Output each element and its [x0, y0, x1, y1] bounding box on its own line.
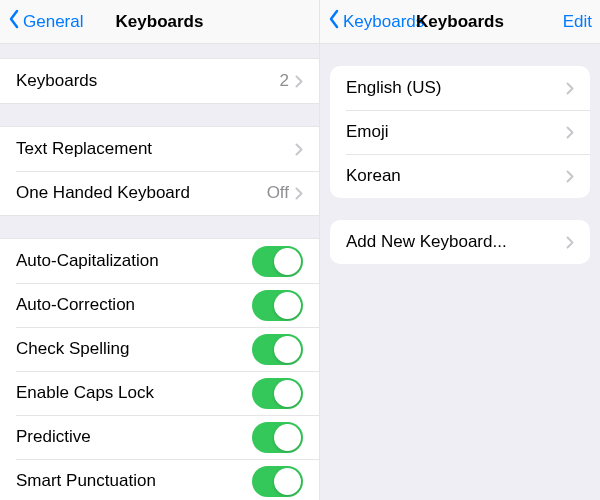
group-active-keyboards: English (US)EmojiKorean [330, 66, 590, 198]
back-button[interactable]: General [8, 9, 83, 34]
toggle-row: Auto-Capitalization [0, 239, 319, 283]
row-label: Korean [346, 166, 566, 186]
keyboards-row[interactable]: Keyboards 2 [0, 59, 319, 103]
group-keyboards: Keyboards 2 [0, 58, 319, 104]
toggle-switch[interactable] [252, 422, 303, 453]
row-label: Emoji [346, 122, 566, 142]
group-add-keyboard: Add New Keyboard... [330, 220, 590, 264]
settings-keyboards-pane: General Keyboards Keyboards 2 Text Repla… [0, 0, 320, 500]
keyboard-row[interactable]: English (US) [330, 66, 590, 110]
toggle-switch[interactable] [252, 466, 303, 497]
row-label: Check Spelling [16, 339, 252, 359]
chevron-right-icon [566, 126, 574, 139]
toggle-switch[interactable] [252, 334, 303, 365]
chevron-right-icon [295, 187, 303, 200]
toggle-row: Predictive [0, 415, 319, 459]
edit-button[interactable]: Edit [563, 12, 592, 32]
row-label: Auto-Capitalization [16, 251, 252, 271]
chevron-right-icon [566, 170, 574, 183]
content-scroll[interactable]: Keyboards 2 Text Replacement One Handed … [0, 44, 319, 500]
chevron-right-icon [566, 82, 574, 95]
keyboards-list-pane: Keyboards Keyboards Edit English (US)Emo… [320, 0, 600, 500]
add-keyboard-row[interactable]: Add New Keyboard... [330, 220, 590, 264]
row-label: Text Replacement [16, 139, 295, 159]
back-label: Keyboards [343, 12, 424, 32]
keyboards-count: 2 [280, 71, 289, 91]
toggle-row: Check Spelling [0, 327, 319, 371]
chevron-right-icon [566, 236, 574, 249]
row-label: Smart Punctuation [16, 471, 252, 491]
group-toggles: Auto-CapitalizationAuto-CorrectionCheck … [0, 238, 319, 500]
row-label: One Handed Keyboard [16, 183, 267, 203]
chevron-left-icon [328, 9, 343, 34]
one-handed-row[interactable]: One Handed Keyboard Off [0, 171, 319, 215]
keyboard-row[interactable]: Emoji [330, 110, 590, 154]
text-replacement-row[interactable]: Text Replacement [0, 127, 319, 171]
toggle-row: Enable Caps Lock [0, 371, 319, 415]
row-label: Auto-Correction [16, 295, 252, 315]
chevron-right-icon [295, 143, 303, 156]
row-label: Keyboards [16, 71, 280, 91]
toggle-row: Auto-Correction [0, 283, 319, 327]
row-label: Enable Caps Lock [16, 383, 252, 403]
chevron-left-icon [8, 9, 23, 34]
row-value: Off [267, 183, 289, 203]
row-label: Predictive [16, 427, 252, 447]
toggle-switch[interactable] [252, 290, 303, 321]
back-button[interactable]: Keyboards [328, 9, 424, 34]
toggle-switch[interactable] [252, 246, 303, 277]
toggle-switch[interactable] [252, 378, 303, 409]
chevron-right-icon [295, 75, 303, 88]
back-label: General [23, 12, 83, 32]
navbar: General Keyboards [0, 0, 319, 44]
toggle-row: Smart Punctuation [0, 459, 319, 500]
row-label: English (US) [346, 78, 566, 98]
row-label: Add New Keyboard... [346, 232, 566, 252]
navbar: Keyboards Keyboards Edit [320, 0, 600, 44]
group-text: Text Replacement One Handed Keyboard Off [0, 126, 319, 216]
keyboard-row[interactable]: Korean [330, 154, 590, 198]
content-scroll[interactable]: English (US)EmojiKorean Add New Keyboard… [320, 44, 600, 500]
